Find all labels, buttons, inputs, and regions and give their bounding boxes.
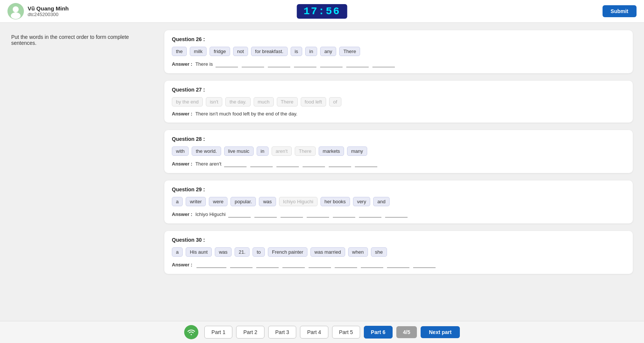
word-chip[interactable]: the day. [225,97,250,106]
nav-part-4[interactable]: Part 4 [300,326,328,339]
question-29: Question 29 : a writer were popular. was… [164,180,633,223]
answer-blank [329,160,351,167]
question-29-word-bank: a writer were popular. was Ichiyo Higuch… [172,197,625,206]
word-chip[interactable]: the [172,47,187,56]
nav-part-6[interactable]: Part 6 [364,326,393,339]
answer-blank [359,211,381,217]
user-id: dtc245200300 [28,12,69,17]
answer-blank [282,261,305,268]
wifi-icon [184,325,198,339]
answer-blank [413,261,436,268]
question-26-word-bank: the milk fridge not for breakfast. is in… [172,47,625,56]
word-chip[interactable]: markets [319,146,344,156]
word-chip[interactable]: live music [224,146,254,156]
word-chip[interactable]: by the end [172,97,203,106]
word-chip[interactable]: milk [190,47,207,56]
nav-part-2[interactable]: Part 2 [236,326,264,339]
answer-blank [320,61,343,67]
word-chip[interactable]: with [172,146,189,156]
word-chip[interactable]: 21. [235,247,250,257]
nav-part-3[interactable]: Part 3 [268,326,296,339]
word-chip[interactable]: There [277,97,298,106]
word-chip[interactable]: aren't [272,146,292,156]
word-chip[interactable]: a [172,247,183,257]
word-chip[interactable]: very [353,197,371,206]
answer-blank [256,261,279,268]
word-chip[interactable]: in [305,47,317,56]
instructions: Put the words in the correct order to fo… [11,34,153,46]
word-chip[interactable]: Ichiyo Higuchi [279,197,318,206]
answer-blank [224,160,247,167]
svg-point-2 [11,12,21,19]
answer-label: Answer : [172,211,192,217]
answer-text: There isn't much food left by the end of… [195,111,297,117]
user-info: Vũ Quang Minh dtc245200300 [28,5,69,17]
question-27-title: Question 27 : [172,87,625,93]
answer-label: Answer : [172,61,192,67]
left-panel: Put the words in the correct order to fo… [11,30,153,274]
submit-button[interactable]: Submit [603,5,637,17]
word-chip[interactable]: many [347,146,367,156]
word-chip[interactable]: when [348,247,368,257]
answer-blank [387,261,409,268]
word-chip[interactable]: a [172,197,183,206]
word-chip[interactable]: is [291,47,302,56]
word-chip[interactable]: writer [186,197,206,206]
answer-blank [307,211,329,217]
word-chip[interactable]: her books [321,197,350,206]
nav-part-1[interactable]: Part 1 [204,326,232,339]
word-chip[interactable]: popular. [230,197,256,206]
next-part-button[interactable]: Next part [421,326,460,338]
word-chip[interactable]: was [215,247,232,257]
word-chip[interactable]: There [339,47,360,56]
word-chip[interactable]: was [259,197,276,206]
word-chip[interactable]: French painter [268,247,307,257]
answer-prefix: There aren't [195,161,222,167]
word-chip[interactable]: to [253,247,265,257]
answer-blank [196,261,226,268]
answer-blank [242,61,264,67]
answer-blank [372,61,395,67]
question-28-title: Question 28 : [172,136,625,142]
answer-blank [268,61,290,67]
word-chip[interactable]: There [295,146,316,156]
bottom-navigation: Part 1 Part 2 Part 3 Part 4 Part 5 Part … [0,321,644,343]
question-26: Question 26 : the milk fridge not for br… [164,30,633,73]
question-30-title: Question 30 : [172,237,625,243]
answer-blank [276,160,299,167]
question-26-title: Question 26 : [172,36,625,42]
answer-blank [303,160,325,167]
answer-blank [309,261,331,268]
answer-blank [385,211,408,217]
answer-blank [216,61,238,67]
nav-part-5[interactable]: Part 5 [332,326,360,339]
answer-blank [250,160,273,167]
answer-blank [355,160,377,167]
question-29-answer: Answer : Ichiyo Higuchi [172,211,625,217]
word-chip[interactable]: the world. [192,146,221,156]
word-chip[interactable]: isn't [206,97,223,106]
question-27: Question 27 : by the end isn't the day. … [164,81,633,123]
word-chip[interactable]: food left [301,97,326,106]
header: Vũ Quang Minh dtc245200300 17:56 Submit [0,0,644,23]
word-chip[interactable]: in [257,146,269,156]
question-30: Question 30 : a His aunt was 21. to Fren… [164,231,633,274]
word-chip[interactable]: any [320,47,336,56]
question-29-title: Question 29 : [172,186,625,192]
word-chip[interactable]: fridge [210,47,230,56]
word-chip[interactable]: and [373,197,390,206]
answer-blank [228,211,251,217]
word-chip[interactable]: not [233,47,248,56]
answer-label: Answer : [172,111,192,117]
word-chip[interactable]: were [209,197,227,206]
word-chip[interactable]: for breakfast. [251,47,288,56]
word-chip[interactable]: His aunt [186,247,212,257]
word-chip[interactable]: of [329,97,341,106]
answer-blank [254,211,277,217]
word-chip[interactable]: much [254,97,274,106]
answer-blank [230,261,253,268]
answer-blank [281,211,303,217]
question-28-answer: Answer : There aren't [172,160,625,167]
word-chip[interactable]: was married [310,247,345,257]
word-chip[interactable]: she [371,247,387,257]
